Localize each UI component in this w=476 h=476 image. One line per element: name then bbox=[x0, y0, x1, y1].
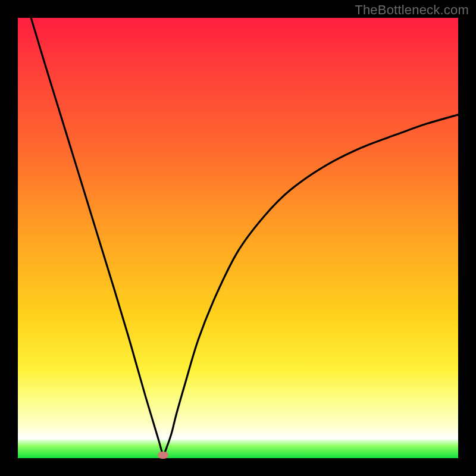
plot-area bbox=[18, 18, 458, 458]
chart-frame: TheBottleneck.com bbox=[0, 0, 476, 476]
watermark-text: TheBottleneck.com bbox=[355, 2, 469, 18]
bottleneck-curve bbox=[18, 18, 458, 458]
optimal-point-marker bbox=[158, 452, 168, 459]
